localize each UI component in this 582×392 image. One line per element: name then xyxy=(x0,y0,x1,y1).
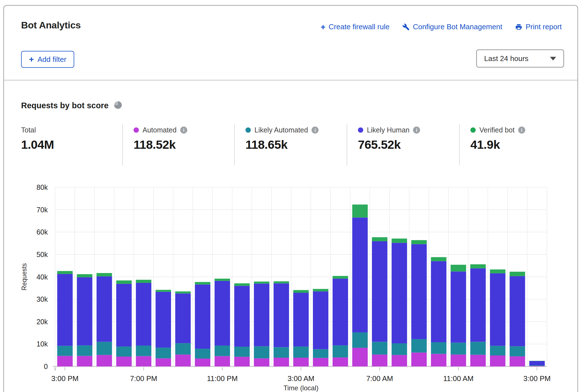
bar-segment-automated[interactable] xyxy=(411,353,427,366)
bar-segment-likely-automated[interactable] xyxy=(411,339,427,353)
bar-segment-automated[interactable] xyxy=(313,358,328,366)
bar-segment-verified-bot[interactable] xyxy=(510,272,525,276)
bar-segment-automated[interactable] xyxy=(234,357,250,366)
bar-segment-likely-automated[interactable] xyxy=(254,346,269,358)
bar-segment-likely-automated[interactable] xyxy=(293,346,309,358)
info-icon[interactable]: i xyxy=(413,127,420,134)
info-icon[interactable]: i xyxy=(518,127,525,134)
bar-segment-automated[interactable] xyxy=(490,355,506,366)
bar-segment-likely-human[interactable] xyxy=(96,276,112,342)
bar-segment-verified-bot[interactable] xyxy=(431,257,446,261)
bar-segment-verified-bot[interactable] xyxy=(313,289,328,291)
bar-segment-verified-bot[interactable] xyxy=(372,237,387,241)
bar-segment-likely-human[interactable] xyxy=(333,279,348,345)
bar-segment-likely-automated[interactable] xyxy=(333,345,348,357)
create-firewall-rule-link[interactable]: + Create firewall rule xyxy=(321,22,389,31)
bar-segment-automated[interactable] xyxy=(352,348,368,366)
bar-segment-likely-automated[interactable] xyxy=(215,346,230,356)
bar-segment-likely-human[interactable] xyxy=(372,241,387,342)
bar-segment-likely-automated[interactable] xyxy=(529,365,545,366)
bar-segment-likely-human[interactable] xyxy=(313,291,328,349)
bar-segment-automated[interactable] xyxy=(470,355,486,366)
bar-segment-likely-human[interactable] xyxy=(274,283,289,347)
bar-segment-likely-automated[interactable] xyxy=(195,349,210,359)
bar-segment-automated[interactable] xyxy=(254,358,269,366)
bar-segment-verified-bot[interactable] xyxy=(293,290,309,293)
bar-segment-likely-human[interactable] xyxy=(57,274,73,346)
bar-segment-likely-automated[interactable] xyxy=(451,343,466,355)
bar-segment-automated[interactable] xyxy=(274,358,289,366)
bar-segment-verified-bot[interactable] xyxy=(215,279,230,281)
bar-segment-likely-human[interactable] xyxy=(431,261,446,342)
bar-segment-likely-human[interactable] xyxy=(352,217,368,332)
bar-segment-automated[interactable] xyxy=(529,366,545,366)
bar-segment-likely-automated[interactable] xyxy=(136,346,151,356)
bar-segment-verified-bot[interactable] xyxy=(116,280,132,284)
bar-segment-likely-human[interactable] xyxy=(411,244,427,339)
bar-segment-likely-automated[interactable] xyxy=(57,346,73,356)
bar-segment-likely-automated[interactable] xyxy=(234,347,250,357)
bar-segment-verified-bot[interactable] xyxy=(234,283,250,286)
bar-segment-verified-bot[interactable] xyxy=(254,281,269,283)
bar-segment-verified-bot[interactable] xyxy=(333,276,348,279)
bar-segment-likely-human[interactable] xyxy=(392,243,407,343)
bar-segment-automated[interactable] xyxy=(215,356,230,366)
bar-segment-likely-human[interactable] xyxy=(234,286,250,347)
bar-segment-automated[interactable] xyxy=(510,356,525,366)
bar-segment-likely-automated[interactable] xyxy=(175,343,191,355)
bar-segment-likely-automated[interactable] xyxy=(96,342,112,355)
bar-segment-automated[interactable] xyxy=(175,355,191,366)
bar-segment-likely-automated[interactable] xyxy=(470,342,486,355)
bar-segment-automated[interactable] xyxy=(451,355,466,366)
bar-segment-verified-bot[interactable] xyxy=(195,282,210,285)
bar-segment-likely-human[interactable] xyxy=(116,284,132,346)
bar-segment-verified-bot[interactable] xyxy=(155,290,171,292)
bar-segment-verified-bot[interactable] xyxy=(411,240,427,244)
time-range-select[interactable]: Last 24 hours xyxy=(476,49,564,67)
bar-segment-likely-automated[interactable] xyxy=(392,343,407,355)
bar-segment-likely-human[interactable] xyxy=(175,293,191,343)
info-icon[interactable]: i xyxy=(180,127,187,134)
bar-segment-verified-bot[interactable] xyxy=(77,274,92,277)
bar-segment-likely-human[interactable] xyxy=(490,273,506,346)
bar-segment-automated[interactable] xyxy=(96,355,112,366)
bar-segment-automated[interactable] xyxy=(155,358,171,366)
bar-segment-likely-automated[interactable] xyxy=(372,342,387,354)
add-filter-button[interactable]: + Add filter xyxy=(21,51,74,68)
bar-segment-likely-automated[interactable] xyxy=(490,346,506,355)
bar-segment-automated[interactable] xyxy=(77,356,92,366)
bar-segment-verified-bot[interactable] xyxy=(175,291,191,293)
bar-segment-verified-bot[interactable] xyxy=(392,238,407,243)
bar-segment-automated[interactable] xyxy=(116,357,132,366)
bar-segment-likely-human[interactable] xyxy=(470,268,486,342)
bar-segment-automated[interactable] xyxy=(333,357,348,366)
bar-segment-likely-automated[interactable] xyxy=(274,347,289,358)
bar-segment-verified-bot[interactable] xyxy=(274,281,289,283)
bar-segment-likely-human[interactable] xyxy=(195,285,210,349)
bar-segment-automated[interactable] xyxy=(57,356,73,366)
bar-segment-verified-bot[interactable] xyxy=(470,264,486,268)
configure-bot-management-link[interactable]: Configure Bot Management xyxy=(402,22,502,31)
bar-segment-automated[interactable] xyxy=(372,355,387,366)
bar-segment-verified-bot[interactable] xyxy=(529,361,545,361)
bar-segment-likely-human[interactable] xyxy=(529,361,545,365)
print-report-link[interactable]: Print report xyxy=(515,22,562,31)
bar-segment-likely-automated[interactable] xyxy=(352,332,368,348)
bar-segment-verified-bot[interactable] xyxy=(490,269,506,273)
bar-segment-likely-automated[interactable] xyxy=(116,346,132,357)
bar-segment-automated[interactable] xyxy=(195,359,210,366)
bar-segment-likely-human[interactable] xyxy=(136,283,151,346)
bar-segment-automated[interactable] xyxy=(392,355,407,366)
bar-segment-verified-bot[interactable] xyxy=(57,271,73,274)
bar-segment-likely-automated[interactable] xyxy=(77,345,92,356)
bar-segment-automated[interactable] xyxy=(293,358,309,366)
bar-segment-automated[interactable] xyxy=(136,356,151,366)
bar-segment-likely-human[interactable] xyxy=(510,276,525,346)
bar-segment-likely-human[interactable] xyxy=(215,281,230,346)
bar-segment-likely-human[interactable] xyxy=(254,283,269,346)
bar-segment-automated[interactable] xyxy=(431,354,446,366)
bar-segment-verified-bot[interactable] xyxy=(451,265,466,272)
bar-segment-likely-automated[interactable] xyxy=(313,349,328,358)
bar-segment-likely-human[interactable] xyxy=(451,271,466,343)
bar-segment-verified-bot[interactable] xyxy=(136,280,151,283)
